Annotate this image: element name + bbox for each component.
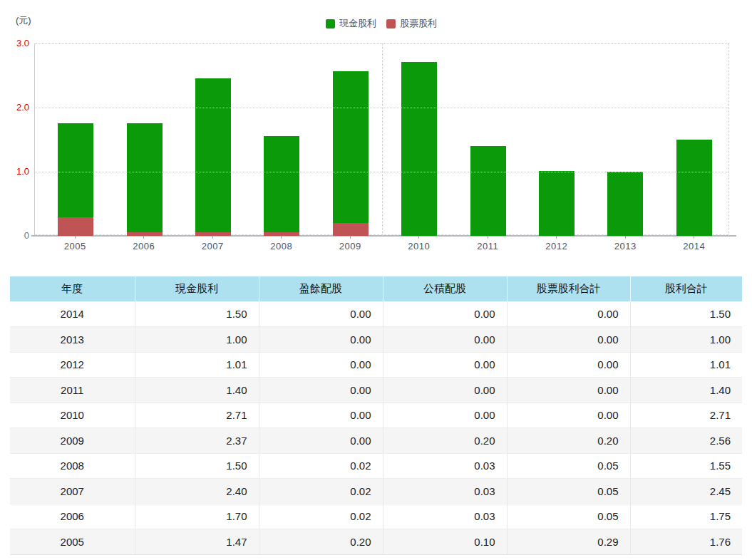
bar-slot-2006 [110,43,178,236]
value-cell: 2.45 [630,479,742,504]
x-axis-tick-mark [350,236,351,239]
bar-slot-2010 [385,43,453,236]
value-cell: 1.75 [630,504,742,529]
stacked-bar-2008 [264,136,299,236]
legend-item-label: 現金股利 [339,17,376,30]
x-axis-label: 2011 [477,241,498,252]
value-cell: 1.40 [630,378,742,403]
bar-slot-2009 [316,43,385,236]
y-axis-tick-labels: 3.02.01.00 [0,43,31,236]
stacked-bar-2013 [607,172,643,236]
value-cell: 1.01 [135,352,259,378]
value-cell: 0.00 [383,327,507,353]
x-axis-slot-2007: 2007 [178,236,247,252]
value-cell: 1.76 [630,529,742,555]
legend-item-cash-dividend[interactable]: 現金股利 [326,17,376,30]
vertical-gridline [728,43,729,236]
stock-dividend-segment [333,223,369,236]
value-cell: 0.02 [259,504,383,529]
value-cell: 0.02 [259,453,383,479]
year-cell: 2009 [10,428,135,454]
year-cell: 2013 [10,327,135,353]
value-cell: 2.40 [135,479,259,504]
value-cell: 0.20 [259,529,383,555]
x-axis-label: 2009 [339,241,361,252]
value-cell: 0.00 [259,428,383,454]
x-axis-tick-mark [281,236,282,239]
y-axis-tick-label: 2.0 [1,102,29,113]
stock-dividend-segment [58,217,93,236]
value-cell: 0.00 [383,301,507,327]
table-row-year-2009: 20092.370.000.200.202.56 [10,428,742,454]
value-cell: 0.00 [507,378,630,403]
vertical-gridline [382,43,383,236]
bar-slot-2007 [179,43,247,236]
value-cell: 0.05 [507,453,630,479]
value-cell: 1.47 [135,529,259,555]
cash-dividend-segment [58,123,93,217]
stacked-bar-2012 [539,171,575,236]
x-axis-slot-2013: 2013 [591,236,660,252]
bar-slot-2012 [522,43,591,236]
y-axis-tick-label: 0 [1,230,29,241]
value-cell: 0.00 [259,301,383,327]
stacked-bar-2014 [676,140,712,236]
value-cell: 1.40 [135,378,259,403]
value-cell: 0.03 [383,479,507,504]
x-axis-slot-2009: 2009 [316,236,385,252]
legend-swatch-icon [326,19,335,28]
value-cell: 0.02 [259,479,383,504]
cash-dividend-segment [264,136,299,232]
x-axis-tick-mark [556,236,557,239]
x-axis-slot-2008: 2008 [247,236,316,252]
x-axis-slot-2012: 2012 [522,236,592,252]
table-header-row: 年度現金股利盈餘配股公積配股股票股利合計股利合計 [10,276,742,301]
y-axis-tick-label: 3.0 [1,38,29,48]
year-cell: 2011 [10,378,135,403]
value-cell: 0.00 [507,327,630,353]
dividend-table: 年度現金股利盈餘配股公積配股股票股利合計股利合計 20141.500.000.0… [10,276,742,555]
value-cell: 0.10 [383,529,507,555]
legend-item-stock-dividend[interactable]: 股票股利 [386,17,437,30]
year-cell: 2005 [10,529,135,555]
x-axis-slot-2014: 2014 [660,236,729,252]
table-row-year-2014: 20141.500.000.000.001.50 [10,301,742,327]
x-axis-tick-mark [488,236,488,239]
table-body: 20141.500.000.000.001.5020131.000.000.00… [10,301,742,554]
bar-slot-2011 [453,43,522,236]
bar-slot-2014 [660,43,728,236]
table-row-year-2007: 20072.400.020.030.052.45 [10,479,742,504]
value-cell: 0.00 [259,403,383,428]
value-cell: 1.55 [630,453,742,479]
value-cell: 0.29 [507,529,630,555]
value-cell: 0.00 [383,352,507,378]
table-row-year-2008: 20081.500.020.030.051.55 [10,453,742,479]
x-axis-slot-2006: 2006 [110,236,179,252]
value-cell: 1.50 [135,301,259,327]
value-cell: 0.00 [383,378,507,403]
cash-dividend-segment [676,140,712,236]
stacked-bar-2011 [470,146,506,236]
table-row-year-2012: 20121.010.000.000.001.01 [10,352,742,378]
value-cell: 2.71 [630,403,742,428]
cash-dividend-segment [333,71,369,223]
value-cell: 0.20 [507,428,630,454]
x-axis-label: 2008 [270,241,292,252]
year-cell: 2014 [10,301,135,327]
x-axis-slot-2011: 2011 [453,236,522,252]
table-row-year-2010: 20102.710.000.000.002.71 [10,403,742,428]
cash-dividend-segment [470,146,506,236]
cash-dividend-segment [127,123,163,232]
x-axis-tick-mark [418,236,419,239]
value-cell: 1.70 [135,504,259,529]
value-cell: 0.00 [507,301,630,327]
value-cell: 0.00 [259,327,383,353]
value-cell: 2.37 [135,428,259,454]
value-cell: 1.50 [135,453,259,479]
cash-dividend-segment [195,78,231,232]
x-axis-tick-mark [143,236,144,239]
x-axis-slot-2005: 2005 [41,236,110,252]
value-cell: 0.03 [383,504,507,529]
legend-swatch-icon [386,19,396,28]
cash-dividend-segment [539,171,575,236]
